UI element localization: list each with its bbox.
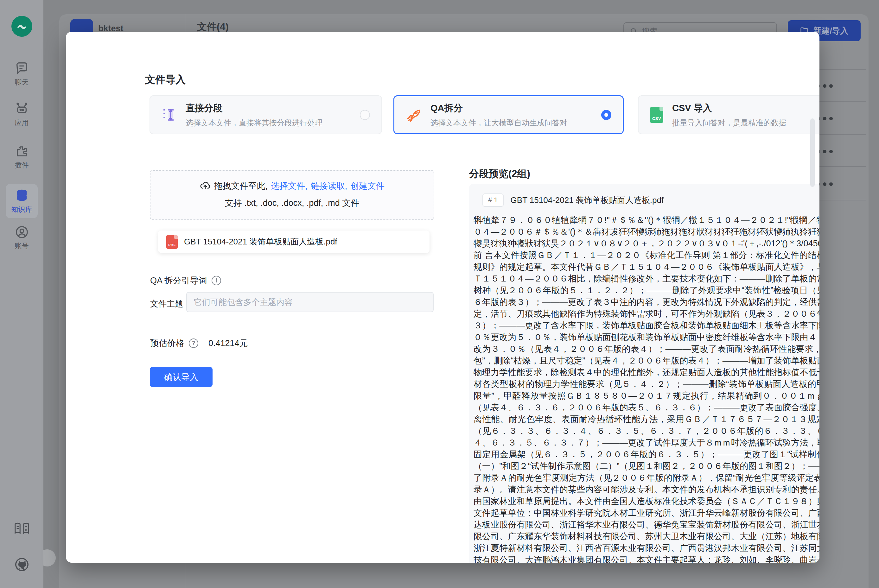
csv-file-icon: CSV	[650, 107, 663, 123]
confirm-import-button[interactable]: 确认导入	[150, 367, 213, 387]
mode-desc: 批量导入问答对，是最精准的数据	[672, 118, 819, 128]
sidebar-item-plugins[interactable]: 插件	[0, 144, 44, 170]
cloud-upload-icon	[200, 180, 211, 192]
mode-desc: 选择文本文件，直接将其按分段进行处理	[186, 118, 360, 128]
mode-title: 直接分段	[186, 102, 360, 115]
preview-heading: 分段预览(2组)	[469, 167, 530, 180]
chat-icon	[15, 61, 29, 76]
mode-card-csv-import[interactable]: CSV CSV 导入 批量导入问答对，是最精准的数据	[638, 95, 819, 134]
price-value: 0.41214元	[209, 338, 248, 349]
rocket-icon	[406, 107, 422, 123]
row-actions-menu-button[interactable]	[817, 84, 835, 88]
puzzle-icon	[15, 144, 29, 159]
chunk-paragraph: 前 言本文件按照ＧＢ／Ｔ１．１—２０２０《标准化工作导则 第１部分：标准化文件的…	[473, 249, 819, 562]
chunk-preview-text: 犐犆犛７９．０６０犆犆犛犅７０!"＃＄％＆''()＊犌犅／犜１５１０４—２０２１…	[473, 214, 819, 562]
open-book-icon	[14, 522, 30, 536]
mode-card-qa-split[interactable]: QA拆分 选择文本文件，让大模型自动生成问答对	[394, 95, 624, 134]
row-actions-menu-button[interactable]	[817, 117, 835, 121]
sidebar-item-label: 插件	[15, 160, 29, 170]
link-fetch-link[interactable]: 链接读取,	[311, 180, 347, 192]
uploaded-file-row[interactable]: PDF GBT 15104-2021 装饰单板贴面人造板.pdf	[158, 231, 430, 253]
sidebar-item-knowledge-base[interactable]: 知识库	[6, 184, 38, 218]
robot-icon	[15, 102, 29, 116]
sidebar-item-label: 聊天	[15, 78, 29, 87]
sidebar-item-apps[interactable]: 应用	[0, 102, 44, 128]
sidebar: 聊天 应用 插件 知识库	[0, 0, 44, 588]
sidebar-item-label: 知识库	[11, 205, 32, 214]
select-file-link[interactable]: 选择文件,	[271, 180, 308, 192]
preview-chunk-card: # 1 GBT 15104-2021 装饰单板贴面人造板.pdf 犐犆犛７９．０…	[469, 184, 819, 562]
radio-unselected[interactable]	[360, 110, 370, 120]
modal-scrollbar-thumb[interactable]	[810, 118, 815, 187]
dropzone-support-text: 支持 .txt, .doc, .docx, .pdf, .md 文件	[150, 197, 434, 208]
database-icon	[15, 188, 29, 203]
sidebar-item-chat[interactable]: 聊天	[0, 61, 44, 87]
chunk-file-name: GBT 15104-2021 装饰单板贴面人造板.pdf	[511, 195, 819, 206]
row-actions-menu-button[interactable]	[817, 150, 835, 154]
mode-title: CSV 导入	[672, 102, 819, 115]
info-icon[interactable]: i	[212, 276, 221, 285]
file-topic-label: 文件主题	[150, 298, 183, 309]
user-icon	[15, 225, 29, 239]
text-segment-icon	[162, 107, 177, 123]
sidebar-item-label: 账号	[15, 241, 29, 251]
help-icon[interactable]: ?	[189, 339, 198, 348]
mode-card-direct-segment[interactable]: 直接分段 选择文本文件，直接将其按分段进行处理	[150, 95, 382, 134]
sidebar-item-account[interactable]: 账号	[0, 225, 44, 251]
github-button[interactable]	[0, 556, 44, 573]
pdf-file-icon: PDF	[166, 235, 178, 249]
app-logo[interactable]	[11, 16, 32, 37]
chunk-index-badge: # 1	[482, 194, 503, 207]
row-actions-menu-button[interactable]	[817, 182, 835, 187]
chunk-paragraph: 犐犆犛７９．０６０犆犆犛犅７０!"＃＄％＆''()＊犌犅／犜１５１０４—２０２１…	[473, 214, 819, 249]
mode-desc: 选择文本文件，让大模型自动生成问答对	[430, 118, 601, 128]
file-dropzone[interactable]: 拖拽文件至此, 选择文件, 链接读取, 创建文件 支持 .txt, .doc, …	[150, 170, 434, 220]
dropzone-text: 拖拽文件至此,	[214, 180, 268, 192]
file-topic-input[interactable]	[186, 292, 434, 312]
file-import-modal: 文件导入 ✕ 直接分段 选择文本文件，直接将其按分段进行处理	[66, 32, 819, 562]
uploaded-file-name: GBT 15104-2021 装饰单板贴面人造板.pdf	[184, 236, 337, 247]
create-file-link[interactable]: 创建文件	[350, 180, 385, 192]
github-icon	[14, 556, 30, 573]
docs-button[interactable]	[0, 522, 44, 536]
radio-selected[interactable]	[601, 110, 612, 120]
modal-title: 文件导入	[145, 73, 186, 87]
qa-prompt-label: QA 拆分引导词	[150, 275, 207, 286]
price-label: 预估价格	[150, 338, 184, 349]
mode-title: QA拆分	[430, 102, 601, 115]
sidebar-item-label: 应用	[15, 118, 29, 128]
